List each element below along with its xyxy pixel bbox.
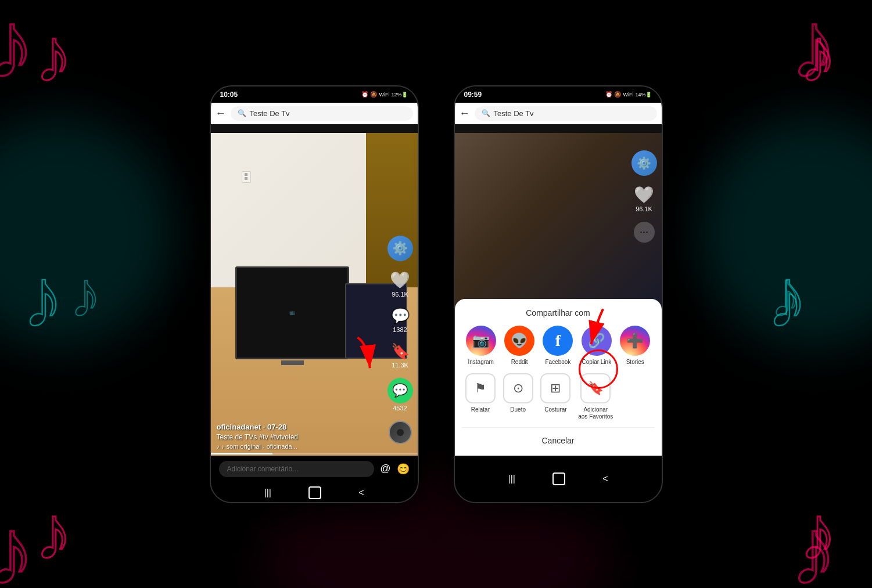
right-volume-icon: 🔕 bbox=[614, 91, 621, 98]
right-gear-icon: ⚙️ bbox=[631, 150, 657, 176]
left-gear-btn[interactable]: ⚙️ bbox=[387, 236, 413, 261]
left-search-text: Teste De Tv bbox=[250, 109, 290, 118]
right-nav-buttons: ||| < bbox=[455, 456, 662, 502]
left-bookmark-icon: 🔖 bbox=[391, 342, 410, 360]
share-empty-slot bbox=[620, 373, 651, 420]
phone-left: 10:05 ⏰ 🔕 WiFi 12%🔋 ← 🔍 Teste De Tv bbox=[210, 85, 419, 503]
left-tv-screen: 📺 bbox=[235, 266, 349, 359]
left-comment-row: Adicionar comentário... @ 😊 bbox=[211, 456, 418, 482]
left-bottom-nav: Adicionar comentário... @ 😊 ||| < bbox=[211, 456, 418, 502]
left-progress-container[interactable] bbox=[211, 453, 418, 454]
right-like-count: 96.1K bbox=[636, 205, 652, 212]
left-emoji-icon[interactable]: 😊 bbox=[397, 463, 410, 475]
facebook-label: Facebook bbox=[546, 359, 571, 365]
left-disc-center bbox=[397, 429, 404, 436]
left-sound-info: ♪ ♪ som original - oficinada... bbox=[217, 443, 377, 450]
left-tv-text: 📺 bbox=[287, 308, 297, 318]
dueto-icon: ⊙ bbox=[503, 373, 533, 403]
right-search-bar[interactable]: 🔍 Teste De Tv bbox=[475, 106, 657, 121]
left-comment-count: 1382 bbox=[393, 326, 407, 333]
right-search-container: ← 🔍 Teste De Tv bbox=[455, 103, 662, 124]
right-camera bbox=[556, 92, 561, 97]
left-video-area[interactable]: 📺 ⚙️ bbox=[211, 133, 418, 456]
share-title: Compartilhar com bbox=[462, 308, 655, 318]
instagram-icon: 📷 bbox=[466, 326, 496, 356]
cancel-button[interactable]: Cancelar bbox=[462, 430, 655, 451]
right-back-button[interactable]: ← bbox=[460, 107, 470, 120]
share-favoritos[interactable]: 🔖 Adicionaraos Favoritos bbox=[578, 373, 613, 420]
share-divider bbox=[462, 427, 655, 428]
right-heart-icon: 🤍 bbox=[634, 185, 654, 204]
left-comment-btn[interactable]: 💬 1382 bbox=[391, 307, 410, 333]
wifi-icon: WiFi bbox=[379, 92, 389, 98]
left-like-count: 96.1K bbox=[392, 291, 408, 298]
left-share-btn[interactable]: 💬 4532 bbox=[387, 378, 413, 412]
left-gear-icon: ⚙️ bbox=[387, 236, 413, 261]
share-sheet: Compartilhar com 📷 Instagram 👽 Reddit f … bbox=[455, 299, 662, 456]
share-costurar[interactable]: ⊞ Costurar bbox=[540, 373, 570, 420]
right-alarm-icon: ⏰ bbox=[605, 91, 612, 98]
left-nav-square[interactable] bbox=[308, 486, 321, 499]
stories-icon: ➕ bbox=[620, 326, 650, 356]
left-back-button[interactable]: ← bbox=[216, 107, 226, 120]
left-time: 10:05 bbox=[220, 91, 238, 99]
right-search-icon: 🔍 bbox=[482, 109, 490, 117]
left-status-bar: 10:05 ⏰ 🔕 WiFi 12%🔋 bbox=[211, 86, 418, 103]
dueto-label: Dueto bbox=[510, 406, 526, 413]
left-video-info: oficinadanet · 07-28 Teste de TVs #tv #t… bbox=[217, 423, 377, 450]
right-like-btn[interactable]: 🤍 96.1K bbox=[634, 185, 654, 212]
alarm-icon: ⏰ bbox=[361, 91, 368, 98]
copy-link-label: Copiar Link bbox=[582, 359, 612, 365]
left-action-buttons: ⚙️ 🤍 96.1K 💬 1382 🔖 11.3K bbox=[387, 236, 413, 444]
phones-container: 10:05 ⏰ 🔕 WiFi 12%🔋 ← 🔍 Teste De Tv bbox=[0, 0, 872, 588]
left-music-disc bbox=[389, 421, 412, 444]
left-status-icons: ⏰ 🔕 WiFi 12%🔋 bbox=[361, 91, 408, 98]
left-search-container: ← 🔍 Teste De Tv bbox=[211, 103, 418, 124]
right-battery-icon: 14%🔋 bbox=[635, 92, 652, 98]
share-row-2: ⚑ Relatar ⊙ Dueto ⊞ Costurar 🔖 Adicionar… bbox=[462, 373, 655, 420]
costurar-label: Costurar bbox=[544, 406, 566, 413]
volume-icon: 🔕 bbox=[370, 91, 377, 98]
left-room-scene: 📺 bbox=[211, 133, 418, 456]
right-nav-back[interactable]: < bbox=[602, 474, 608, 484]
right-status-bar: 09:59 ⏰ 🔕 WiFi 14%🔋 bbox=[455, 86, 662, 103]
share-instagram[interactable]: 📷 Instagram bbox=[466, 326, 496, 365]
right-more-icon[interactable]: ··· bbox=[634, 222, 655, 243]
left-progress-fill bbox=[211, 453, 273, 454]
left-nav-back[interactable]: < bbox=[358, 488, 364, 498]
left-tv-legs bbox=[281, 360, 304, 365]
share-stories[interactable]: ➕ Stories bbox=[620, 326, 650, 365]
right-nav-square[interactable] bbox=[552, 472, 565, 485]
left-whatsapp-icon: 💬 bbox=[387, 378, 413, 403]
battery-icon: 12%🔋 bbox=[391, 92, 408, 98]
share-reddit[interactable]: 👽 Reddit bbox=[504, 326, 534, 365]
share-relatar[interactable]: ⚑ Relatar bbox=[465, 373, 496, 420]
relatar-label: Relatar bbox=[471, 406, 490, 413]
right-wifi-icon: WiFi bbox=[623, 92, 633, 98]
left-comment-input[interactable]: Adicionar comentário... bbox=[219, 461, 375, 477]
socket-detail2 bbox=[245, 177, 247, 180]
reddit-label: Reddit bbox=[511, 359, 528, 365]
right-nav-lines[interactable]: ||| bbox=[508, 474, 515, 484]
left-nav-buttons: ||| < bbox=[211, 482, 418, 503]
instagram-label: Instagram bbox=[468, 359, 493, 365]
reddit-icon: 👽 bbox=[504, 326, 534, 356]
socket-detail bbox=[245, 173, 247, 176]
left-nav-lines[interactable]: ||| bbox=[264, 488, 271, 498]
share-dueto[interactable]: ⊙ Dueto bbox=[503, 373, 533, 420]
left-heart-icon: 🤍 bbox=[390, 270, 410, 290]
left-search-icon: 🔍 bbox=[238, 109, 246, 117]
costurar-icon: ⊞ bbox=[540, 373, 570, 403]
left-share-count: 4532 bbox=[393, 405, 407, 412]
left-like-btn[interactable]: 🤍 96.1K bbox=[390, 270, 410, 298]
stories-label: Stories bbox=[626, 359, 644, 365]
relatar-icon: ⚑ bbox=[465, 373, 496, 403]
left-power-socket bbox=[242, 171, 251, 183]
left-bookmark-btn[interactable]: 🔖 11.3K bbox=[391, 342, 410, 369]
favoritos-label: Adicionaraos Favoritos bbox=[578, 406, 613, 420]
left-search-bar[interactable]: 🔍 Teste De Tv bbox=[231, 106, 413, 121]
share-row-1: 📷 Instagram 👽 Reddit f Facebook 🔗 Copiar… bbox=[462, 326, 655, 365]
left-camera bbox=[312, 92, 317, 97]
right-bottom-nav: ||| < bbox=[455, 456, 662, 502]
left-mention-icon[interactable]: @ bbox=[380, 463, 390, 475]
